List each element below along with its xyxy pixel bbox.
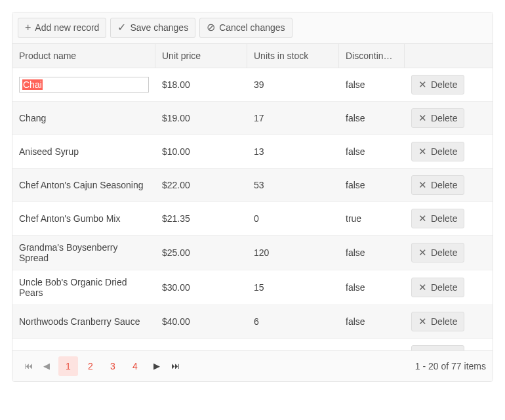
cell-discontinued[interactable]: false — [339, 73, 405, 96]
delete-label: Delete — [431, 79, 457, 90]
cell-unit-price[interactable]: $97.00 — [155, 343, 247, 350]
close-icon: ✕ — [418, 350, 427, 350]
close-icon: ✕ — [418, 213, 427, 223]
delete-button[interactable]: ✕Delete — [411, 278, 464, 297]
cell-product-name[interactable]: Chef Anton's Gumbo Mix — [12, 207, 155, 230]
cell-commands: ✕Delete — [405, 339, 493, 350]
delete-button[interactable]: ✕Delete — [411, 108, 464, 128]
cell-discontinued[interactable]: false — [339, 276, 405, 299]
cancel-changes-button[interactable]: ⊘ Cancel changes — [199, 18, 292, 38]
pager-pages: 1234 — [58, 356, 145, 376]
close-icon: ✕ — [418, 113, 427, 123]
cell-unit-price[interactable]: $22.00 — [155, 173, 247, 197]
cell-unit-price[interactable]: $30.00 — [155, 276, 247, 299]
cell-discontinued[interactable]: false — [339, 310, 405, 333]
delete-label: Delete — [431, 180, 457, 190]
pager-prev-icon[interactable]: ◀ — [37, 357, 56, 375]
delete-label: Delete — [431, 113, 457, 123]
cell-commands: ✕Delete — [405, 169, 493, 201]
cell-units-in-stock[interactable]: 6 — [247, 310, 339, 333]
cell-product-name[interactable]: Grandma's Boysenberry Spread — [12, 236, 155, 270]
column-header-commands — [405, 44, 493, 68]
cell-product-name[interactable]: Chang — [12, 106, 155, 130]
table-row: Chef Anton's Gumbo Mix$21.350true✕Delete — [12, 202, 493, 236]
cell-commands: ✕Delete — [405, 68, 493, 101]
cell-discontinued[interactable]: false — [339, 140, 405, 163]
pager-first-icon[interactable]: ⏮ — [19, 357, 37, 375]
cell-product-name[interactable]: Chef Anton's Cajun Seasoning — [12, 173, 155, 197]
cell-commands: ✕Delete — [405, 135, 493, 168]
cell-product-name: Chai — [12, 70, 155, 99]
add-record-button[interactable]: + Add new record — [18, 18, 106, 38]
table-row: Chai$18.0039false✕Delete — [12, 68, 493, 102]
delete-button[interactable]: ✕Delete — [411, 142, 464, 161]
product-name-input[interactable]: Chai — [19, 77, 149, 93]
save-changes-button[interactable]: ✓ Save changes — [110, 18, 195, 38]
column-header-discontinued[interactable]: Discontin… — [339, 44, 405, 68]
cell-commands: ✕Delete — [405, 202, 493, 235]
delete-button[interactable]: ✕Delete — [411, 175, 464, 195]
cell-units-in-stock[interactable]: 0 — [247, 207, 339, 230]
cell-unit-price[interactable]: $18.00 — [155, 73, 247, 96]
cell-discontinued[interactable]: false — [339, 241, 405, 264]
table-row: Chef Anton's Cajun Seasoning$22.0053fals… — [12, 169, 493, 202]
cell-unit-price[interactable]: $10.00 — [155, 140, 247, 163]
cell-discontinued[interactable]: true — [339, 207, 405, 230]
cell-discontinued[interactable]: false — [339, 106, 405, 130]
delete-label: Delete — [431, 146, 457, 157]
delete-button[interactable]: ✕Delete — [411, 312, 464, 331]
delete-label: Delete — [431, 213, 457, 224]
column-header-name[interactable]: Product name — [12, 44, 155, 68]
pager-page[interactable]: 1 — [58, 356, 78, 376]
cell-unit-price[interactable]: $40.00 — [155, 310, 247, 333]
cell-units-in-stock[interactable]: 120 — [247, 241, 339, 264]
pager-page[interactable]: 3 — [103, 356, 123, 376]
delete-button[interactable]: ✕Delete — [411, 345, 464, 350]
cell-discontinued[interactable]: true — [339, 343, 405, 350]
cell-units-in-stock[interactable]: 39 — [247, 73, 339, 96]
column-header-stock[interactable]: Units in stock — [247, 44, 339, 68]
table-row: Aniseed Syrup$10.0013false✕Delete — [12, 135, 493, 169]
pager-last-icon[interactable]: ⏭ — [166, 357, 184, 375]
table-row: Uncle Bob's Organic Dried Pears$30.0015f… — [12, 270, 493, 305]
grid-header: Product name Unit price Units in stock D… — [12, 44, 493, 68]
grid-pager: ⏮ ◀ 1234 ▶ ⏭ 1 - 20 of 77 items — [12, 350, 493, 381]
table-row: Mishi Kobe Niku$97.0029true✕Delete — [12, 339, 493, 350]
cell-units-in-stock[interactable]: 13 — [247, 140, 339, 163]
plus-icon: + — [25, 22, 31, 33]
pager-page[interactable]: 2 — [81, 356, 100, 376]
save-changes-label: Save changes — [130, 22, 188, 33]
grid-body: Chai$18.0039false✕DeleteChang$19.0017fal… — [12, 68, 493, 350]
close-icon: ✕ — [418, 180, 427, 190]
column-header-price[interactable]: Unit price — [155, 44, 247, 68]
close-icon: ✕ — [418, 282, 427, 292]
delete-button[interactable]: ✕Delete — [411, 75, 464, 94]
cell-product-name[interactable]: Mishi Kobe Niku — [12, 343, 155, 350]
cell-units-in-stock[interactable]: 53 — [247, 173, 339, 197]
cell-unit-price[interactable]: $25.00 — [155, 241, 247, 264]
pager-next-icon[interactable]: ▶ — [148, 357, 166, 375]
cell-units-in-stock[interactable]: 17 — [247, 106, 339, 130]
cell-units-in-stock[interactable]: 29 — [247, 343, 339, 350]
pager-info: 1 - 20 of 77 items — [415, 361, 486, 371]
close-icon: ✕ — [418, 316, 427, 326]
close-icon: ✕ — [418, 146, 427, 156]
delete-label: Delete — [431, 350, 457, 350]
cell-unit-price[interactable]: $19.00 — [155, 106, 247, 130]
cell-commands: ✕Delete — [405, 236, 493, 269]
cell-units-in-stock[interactable]: 15 — [247, 276, 339, 299]
grid-toolbar: + Add new record ✓ Save changes ⊘ Cancel… — [12, 12, 493, 44]
delete-button[interactable]: ✕Delete — [411, 243, 464, 262]
input-selection: Chai — [22, 79, 43, 90]
cell-product-name[interactable]: Uncle Bob's Organic Dried Pears — [12, 270, 155, 304]
cancel-changes-label: Cancel changes — [219, 22, 285, 33]
cell-product-name[interactable]: Northwoods Cranberry Sauce — [12, 310, 155, 333]
delete-button[interactable]: ✕Delete — [411, 209, 464, 228]
cell-discontinued[interactable]: false — [339, 173, 405, 197]
pager-page[interactable]: 4 — [125, 356, 145, 376]
cell-product-name[interactable]: Aniseed Syrup — [12, 140, 155, 163]
cancel-icon: ⊘ — [207, 22, 215, 33]
table-row: Grandma's Boysenberry Spread$25.00120fal… — [12, 236, 493, 270]
cell-unit-price[interactable]: $21.35 — [155, 207, 247, 230]
delete-label: Delete — [431, 316, 457, 327]
